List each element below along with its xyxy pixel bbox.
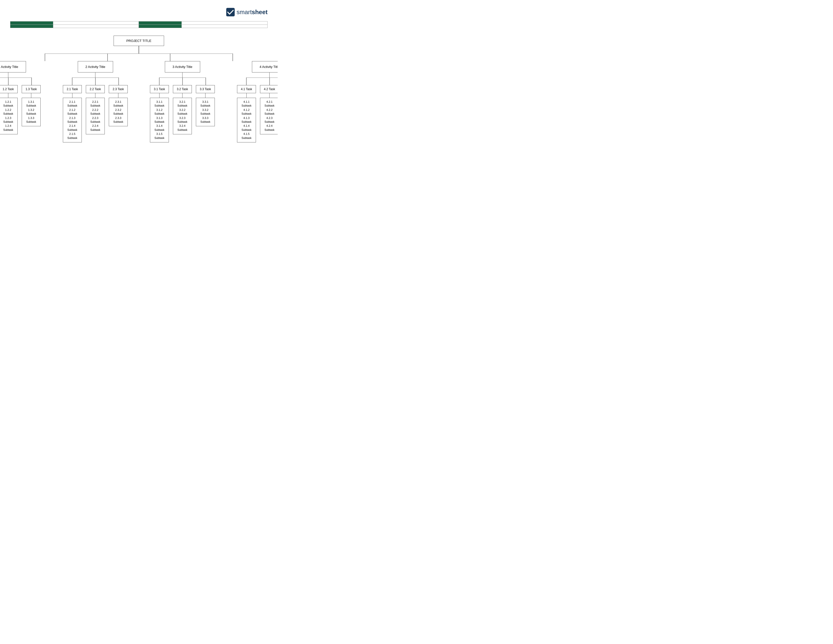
activity-box-2: 2 Activity Title xyxy=(78,61,113,72)
task-column-3.1: 3.1 Task3.1.1 Subtask3.1.2 Subtask3.1.3 … xyxy=(150,85,169,142)
company-name-label xyxy=(139,21,182,25)
activity-section-3: 3 Activity Title3.1 Task3.1.1 Subtask3.1… xyxy=(150,61,215,142)
info-table xyxy=(10,21,268,28)
task-box-3.3: 3.3 Task xyxy=(196,85,215,93)
project-title-row xyxy=(10,21,268,25)
task-box-3.2: 3.2 Task xyxy=(173,85,192,93)
task-box-4.1: 4.1 Task xyxy=(237,85,256,93)
task-column-2.3: 2.3 Task2.3.1 Subtask2.3.2 Subtask2.3.3 … xyxy=(109,85,128,126)
task-box-1.2: 1.2 Task xyxy=(0,85,18,93)
task-box-2.3: 2.3 Task xyxy=(109,85,128,93)
task-box-2.1: 2.1 Task xyxy=(63,85,82,93)
activity-section-1: 1 Activity Title1.1 Task1.1.1 Subtask1.1… xyxy=(0,61,41,142)
task-column-1.3: 1.3 Task1.3.1 Subtask1.3.2 Subtask1.3.3 … xyxy=(22,85,41,126)
connector-vertical xyxy=(246,93,247,98)
activity-section-2: 2 Activity Title2.1 Task2.1.1 Subtask2.1… xyxy=(63,61,128,142)
project-manager-row xyxy=(10,25,268,28)
connector-horizontal xyxy=(72,77,119,85)
project-manager-label xyxy=(10,25,53,28)
task-column-3.2: 3.2 Task3.2.1 Subtask3.2.2 Subtask3.2.3 … xyxy=(173,85,192,134)
connector-vertical xyxy=(269,72,270,77)
connector-horizontal xyxy=(45,53,233,61)
logo-check-icon xyxy=(226,8,235,17)
task-box-4.2: 4.2 Task xyxy=(260,85,278,93)
company-name-value xyxy=(182,21,268,25)
connector-horizontal xyxy=(159,77,206,85)
tasks-row-2: 2.1 Task2.1.1 Subtask2.1.2 Subtask2.1.3 … xyxy=(63,85,128,142)
activity-box-1: 1 Activity Title xyxy=(0,61,26,72)
project-title-label xyxy=(10,21,53,25)
task-column-4.1: 4.1 Task4.1.1 Subtask4.1.2 Subtask4.1.3 … xyxy=(237,85,256,142)
connector-horizontal xyxy=(0,77,32,85)
subtask-list-2.2: 2.2.1 Subtask2.2.2 Subtask2.2.3 Subtask2… xyxy=(86,98,105,134)
connector-vertical xyxy=(95,72,96,77)
activity-box-4: 4 Activity Title xyxy=(252,61,278,72)
connector-horizontal xyxy=(246,77,278,85)
subtask-list-4.1: 4.1.1 Subtask4.1.2 Subtask4.1.3 Subtask4… xyxy=(237,98,256,142)
subtask-list-4.2: 4.2.1 Subtask4.2.2 Subtask4.2.3 Subtask4… xyxy=(260,98,278,134)
tasks-row-4: 4.1 Task4.1.1 Subtask4.1.2 Subtask4.1.3 … xyxy=(237,85,278,142)
logo-text: smartsheet xyxy=(236,9,268,16)
tasks-row-1: 1.1 Task1.1.1 Subtask1.1.2 Subtask1.1.3 … xyxy=(0,85,41,142)
smartsheet-logo: smartsheet xyxy=(226,8,268,17)
activity-section-4: 4 Activity Title4.1 Task4.1.1 Subtask4.1… xyxy=(237,61,278,142)
task-column-2.2: 2.2 Task2.2.1 Subtask2.2.2 Subtask2.2.3 … xyxy=(86,85,105,134)
connector-vertical xyxy=(182,72,183,77)
date-label xyxy=(139,25,182,28)
subtask-list-3.1: 3.1.1 Subtask3.1.2 Subtask3.1.3 Subtask3… xyxy=(150,98,169,142)
task-box-3.1: 3.1 Task xyxy=(150,85,169,93)
subtask-list-1.3: 1.3.1 Subtask1.3.2 Subtask1.3.3 Subtask xyxy=(22,98,41,126)
connector-vertical xyxy=(118,93,119,98)
activity-box-3: 3 Activity Title xyxy=(165,61,200,72)
subtask-list-2.1: 2.1.1 Subtask2.1.2 Subtask2.1.3 Subtask2… xyxy=(63,98,82,142)
connector-vertical xyxy=(269,93,270,98)
tree-root: PROJECT TITLE1 Activity Title1.1 Task1.1… xyxy=(0,35,278,142)
tasks-row-3: 3.1 Task3.1.1 Subtask3.1.2 Subtask3.1.3 … xyxy=(150,85,215,142)
connector-vertical xyxy=(95,93,96,98)
logo-area: smartsheet xyxy=(10,8,268,17)
project-title-value xyxy=(53,21,139,25)
project-manager-value xyxy=(53,25,139,28)
logo-sheet: sheet xyxy=(252,9,268,15)
task-column-3.3: 3.3 Task3.3.1 Subtask3.3.2 Subtask3.3.3 … xyxy=(196,85,215,126)
connector-vertical xyxy=(8,72,9,77)
wbs-diagram: PROJECT TITLE1 Activity Title1.1 Task1.1… xyxy=(10,35,268,142)
connector-vertical xyxy=(205,93,206,98)
connector-vertical xyxy=(31,93,32,98)
connector-vertical xyxy=(159,93,160,98)
connector-vertical xyxy=(72,93,73,98)
task-column-1.2: 1.2 Task1.2.1 Subtask1.2.2 Subtask1.2.3 … xyxy=(0,85,18,134)
date-value xyxy=(182,25,268,28)
activities-row: 1 Activity Title1.1 Task1.1.1 Subtask1.1… xyxy=(0,61,278,142)
task-box-1.3: 1.3 Task xyxy=(22,85,41,93)
subtask-list-3.2: 3.2.1 Subtask3.2.2 Subtask3.2.3 Subtask3… xyxy=(173,98,192,134)
logo-smart: smart xyxy=(236,9,252,15)
subtask-list-2.3: 2.3.1 Subtask2.3.2 Subtask2.3.3 Subtask xyxy=(109,98,128,126)
task-column-2.1: 2.1 Task2.1.1 Subtask2.1.2 Subtask2.1.3 … xyxy=(63,85,82,142)
task-box-2.2: 2.2 Task xyxy=(86,85,105,93)
task-column-4.2: 4.2 Task4.2.1 Subtask4.2.2 Subtask4.2.3 … xyxy=(260,85,278,134)
subtask-list-1.2: 1.2.1 Subtask1.2.2 Subtask1.2.3 Subtask1… xyxy=(0,98,18,134)
connector-vertical xyxy=(182,93,183,98)
connector-vertical xyxy=(8,93,9,98)
root-node: PROJECT TITLE xyxy=(114,35,164,46)
subtask-list-3.3: 3.3.1 Subtask3.3.2 Subtask3.3.3 Subtask xyxy=(196,98,215,126)
connector-vertical xyxy=(138,46,139,53)
